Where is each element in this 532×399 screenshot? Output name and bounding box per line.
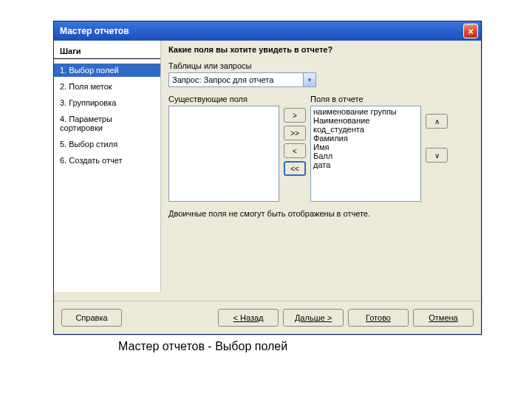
step-item-4[interactable]: 4. Параметры сортировки <box>54 112 160 134</box>
step-item-3[interactable]: 3. Группировка <box>54 96 160 109</box>
steps-sidebar: Шаги 1. Выбор полей2. Поля меток3. Групп… <box>54 41 161 292</box>
step-item-2[interactable]: 2. Поля меток <box>54 80 160 93</box>
list-item[interactable]: дата <box>312 160 420 169</box>
step-item-5[interactable]: 5. Выбор стиля <box>54 137 160 151</box>
reorder-buttons: ∧ ∨ <box>426 114 448 163</box>
chevron-up-icon: ∧ <box>434 117 440 126</box>
main-panel: Какие поля вы хотите увидеть в отчете? Т… <box>161 41 481 292</box>
list-item[interactable]: Наименование <box>312 116 420 125</box>
close-button[interactable]: × <box>463 24 478 38</box>
add-all-button[interactable]: >> <box>284 126 306 140</box>
list-item[interactable]: Балл <box>312 151 420 160</box>
dialog-body: Шаги 1. Выбор полей2. Поля меток3. Групп… <box>54 41 481 292</box>
step-item-6[interactable]: 6. Создать отчет <box>54 154 160 167</box>
back-button[interactable]: < Назад <box>218 309 279 327</box>
tables-label: Таблицы или запросы <box>168 61 474 70</box>
list-item[interactable]: Фамилия <box>312 134 420 143</box>
titlebar: Мастер отчетов × <box>54 21 481 41</box>
next-button[interactable]: Дальше > <box>283 309 344 327</box>
page-question: Какие поля вы хотите увидеть в отчете? <box>168 45 474 54</box>
remove-button[interactable]: < <box>284 143 306 158</box>
tables-combo[interactable]: Запрос: Запрос для отчета ▼ <box>168 72 316 87</box>
cancel-button[interactable]: Отмена <box>413 309 474 327</box>
list-item[interactable]: код_студента <box>312 125 420 134</box>
available-fields-listbox[interactable] <box>168 106 279 202</box>
window-title: Мастер отчетов <box>60 26 129 36</box>
step-item-1[interactable]: 1. Выбор полей <box>54 64 160 77</box>
chevron-down-reorder-icon: ∨ <box>434 151 440 160</box>
button-row: Справка < Назад Дальше > Готово Отмена <box>54 301 481 334</box>
close-icon: × <box>468 26 474 37</box>
move-down-button[interactable]: ∨ <box>426 148 448 163</box>
list-item[interactable]: Имя <box>312 143 420 151</box>
selected-label: Поля в отчете <box>310 95 421 103</box>
help-button[interactable]: Справка <box>61 309 122 327</box>
selected-fields-listbox[interactable]: наименование группыНаименованиекод_студе… <box>310 106 421 202</box>
available-label: Существующие поля <box>168 95 279 103</box>
fields-row: Существующие поля > >> < << Поля в отчет… <box>168 95 474 202</box>
binary-fields-note: Двоичные поля не смогут быть отображены … <box>168 209 474 218</box>
steps-header: Шаги <box>54 45 160 59</box>
move-up-button[interactable]: ∧ <box>426 114 448 129</box>
wizard-dialog: Мастер отчетов × Шаги 1. Выбор полей2. П… <box>53 21 482 335</box>
list-item[interactable]: наименование группы <box>312 107 420 116</box>
chevron-down-icon: ▼ <box>303 73 316 86</box>
figure-caption: Мастер отчетов - Выбор полей <box>118 340 287 353</box>
finish-button[interactable]: Готово <box>348 309 409 327</box>
move-buttons: > >> < << <box>284 108 306 176</box>
combo-value: Запрос: Запрос для отчета <box>172 75 303 84</box>
add-button[interactable]: > <box>284 108 306 123</box>
remove-all-button[interactable]: << <box>284 161 306 176</box>
